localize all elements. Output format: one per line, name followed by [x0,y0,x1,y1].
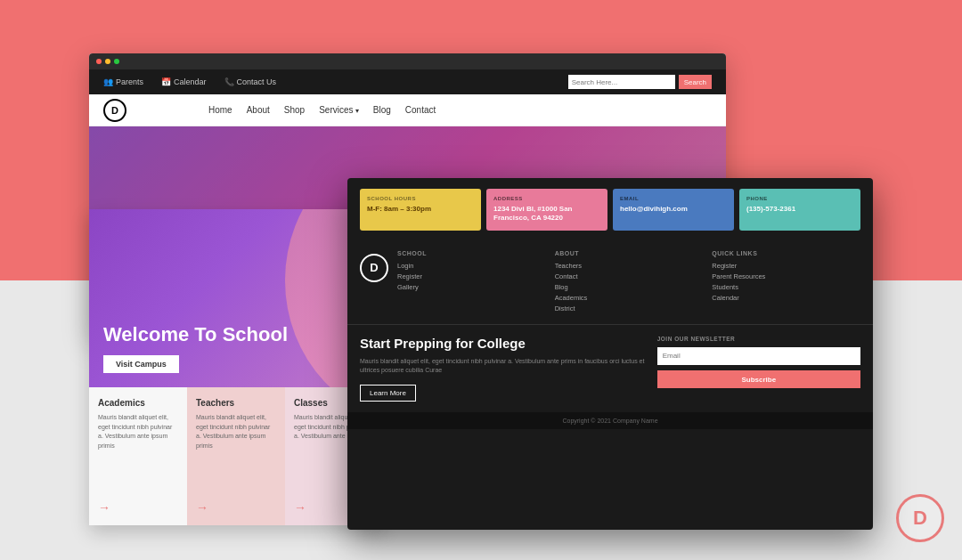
cta-section: Start Prepping for College Mauris blandi… [347,325,873,412]
phone-card: Phone (135)-573-2361 [739,189,860,231]
hero-text: Welcome To School Visit Campus [103,323,288,373]
footer-about-col: About Teachers Contact Blog Academics Di… [555,250,704,315]
nav-home[interactable]: Home [208,105,232,115]
search-button[interactable]: Search [679,75,712,89]
nav-blog[interactable]: Blog [373,105,391,115]
footer-contact-link[interactable]: Contact [555,272,704,280]
cta-title: Start Prepping for College [360,336,645,352]
parents-link[interactable]: 👥 Parents [103,77,143,86]
browser-left-window: Welcome To School Visit Campus Academics… [89,209,383,525]
academics-title: Academics [98,398,178,408]
address-value: 1234 Divi Bl, #1000 San Francisco, CA 94… [493,205,600,223]
teachers-arrow: → [196,500,208,515]
phone-icon: 📞 [224,77,234,86]
footer-district-link[interactable]: District [555,304,704,312]
email-value: hello@divihigh.com [620,205,727,214]
feature-cards: Academics Mauris blandit aliquet elit, e… [89,387,383,525]
nav-contact[interactable]: Contact [405,105,436,115]
footer-quicklinks-title: Quick Links [712,250,860,256]
learn-more-button[interactable]: Learn More [360,385,416,402]
footer-ql-parent[interactable]: Parent Resources [712,272,860,280]
hero-section: Welcome To School Visit Campus [89,209,383,387]
teachers-card: Teachers Mauris blandit aliquet elit, eg… [187,387,285,525]
browser-chrome [89,53,726,69]
footer-ql-students[interactable]: Students [712,283,860,291]
site-logo: D [103,99,126,122]
footer-login-link[interactable]: Login [397,262,546,270]
subscribe-button[interactable]: Subscribe [657,370,860,388]
parents-icon: 👥 [103,77,113,86]
footer-about-title: About [555,250,704,256]
contact-link[interactable]: 📞 Contact Us [224,77,277,86]
nav-services[interactable]: Services [319,105,359,115]
browser-front-window: School Hours M-F: 8am – 3:30pm Address 1… [347,178,873,530]
footer-school-col: School Login Register Gallery [397,250,546,315]
nav-about[interactable]: About [247,105,270,115]
calendar-icon: 📅 [161,77,171,86]
phone-value: (135)-573-2361 [746,205,853,214]
school-hours-value: M-F: 8am – 3:30pm [367,205,474,214]
visit-campus-button[interactable]: Visit Campus [103,355,179,373]
academics-arrow: → [98,500,110,515]
hero-title: Welcome To School [103,323,288,345]
email-label: Email [620,196,727,201]
divi-logo-watermark: D [896,494,944,542]
maximize-dot [114,59,119,64]
phone-label: Phone [746,196,853,201]
academics-card: Academics Mauris blandit aliquet elit, e… [89,387,187,525]
school-hours-label: School Hours [367,196,474,201]
footer-ql-calendar[interactable]: Calendar [712,294,860,302]
footer-gallery-link[interactable]: Gallery [397,283,546,291]
footer-ql-register[interactable]: Register [712,262,860,270]
nav-shop[interactable]: Shop [284,105,305,115]
nav-links: Home About Shop Services Blog Contact [208,105,436,115]
footer-academics-link[interactable]: Academics [555,294,704,302]
newsletter-section: Join Our Newsletter Subscribe [657,336,860,402]
email-input[interactable] [657,347,860,365]
teachers-text: Mauris blandit aliquet elit, eget tincid… [196,413,276,450]
copyright: Copyright © 2021 Company Name [347,412,873,429]
footer-register-link[interactable]: Register [397,272,546,280]
footer-quicklinks-col: Quick Links Register Parent Resources St… [712,250,860,315]
utility-nav: 👥 Parents 📅 Calendar 📞 Contact Us Search [89,69,726,94]
footer-logo: D [360,254,388,282]
school-hours-card: School Hours M-F: 8am – 3:30pm [360,189,481,231]
academics-text: Mauris blandit aliquet elit, eget tincid… [98,413,178,450]
footer-school-title: School [397,250,546,256]
footer-links: D School Login Register Gallery About Te… [347,241,873,325]
cta-text: Mauris blandit aliquet elit, eget tincid… [360,357,645,376]
address-card: Address 1234 Divi Bl, #1000 San Francisc… [486,189,607,231]
footer-teachers-link[interactable]: Teachers [555,262,704,270]
email-card: Email hello@divihigh.com [613,189,734,231]
search-input[interactable] [568,75,675,89]
search-bar: Search [568,75,712,89]
address-label: Address [493,196,600,201]
classes-arrow: → [294,500,306,515]
main-nav: D Home About Shop Services Blog Contact [89,94,726,126]
close-dot [96,59,102,64]
calendar-link[interactable]: 📅 Calendar [161,77,207,86]
newsletter-label: Join Our Newsletter [657,336,860,342]
cta-left: Start Prepping for College Mauris blandi… [360,336,645,402]
info-cards-row: School Hours M-F: 8am – 3:30pm Address 1… [347,178,873,241]
teachers-title: Teachers [196,398,276,408]
minimize-dot [105,59,110,64]
footer-blog-link[interactable]: Blog [555,283,704,291]
